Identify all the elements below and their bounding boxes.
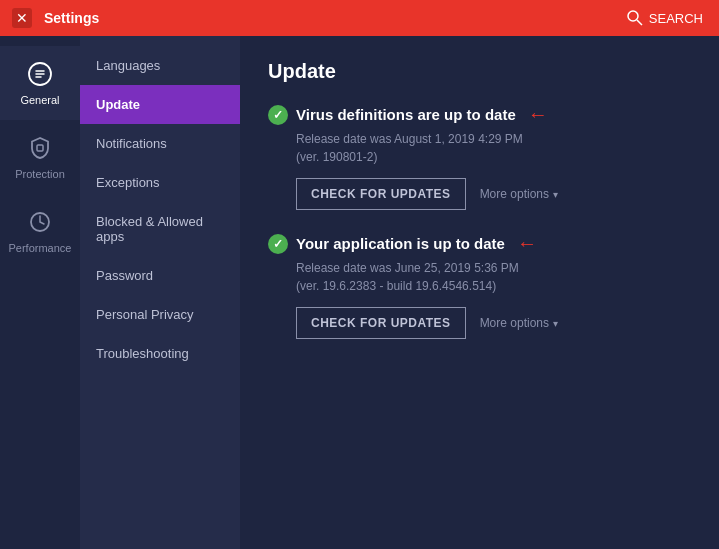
nav-protection-label: Protection [15,168,65,180]
more-options-label-app: More options [480,316,549,330]
nav-item-performance[interactable]: Performance [0,194,80,268]
nav-item-protection[interactable]: Protection [0,120,80,194]
menu-item-troubleshooting[interactable]: Troubleshooting [80,334,240,373]
general-icon [26,60,54,88]
app-subtitle-line1: Release date was June 25, 2019 5:36 PM [296,261,519,275]
title-bar: ✕ Settings SEARCH [0,0,719,36]
search-icon [627,10,643,26]
check-updates-button-virus[interactable]: CHECK FOR UPDATES [296,178,466,210]
app-card-subtitle: Release date was June 25, 2019 5:36 PM (… [296,259,691,295]
page-title: Update [268,60,691,83]
chevron-down-icon-virus: ▾ [553,189,558,200]
more-options-button-virus[interactable]: More options ▾ [480,187,558,201]
virus-card-header: Virus definitions are up to date ← [268,103,691,126]
virus-card-actions: CHECK FOR UPDATES More options ▾ [296,178,691,210]
menu-nav: Languages Update Notifications Exception… [80,36,240,549]
virus-subtitle-line2: (ver. 190801-2) [296,150,377,164]
menu-item-exceptions[interactable]: Exceptions [80,163,240,202]
virus-card-title: Virus definitions are up to date [296,106,516,123]
app-subtitle-line2: (ver. 19.6.2383 - build 19.6.4546.514) [296,279,496,293]
app-title: Settings [44,10,99,26]
check-updates-button-app[interactable]: CHECK FOR UPDATES [296,307,466,339]
app-card-title: Your application is up to date [296,235,505,252]
svg-rect-2 [37,145,43,151]
app-card-actions: CHECK FOR UPDATES More options ▾ [296,307,691,339]
svg-line-1 [637,20,642,25]
chevron-down-icon-app: ▾ [553,318,558,329]
virus-card-subtitle: Release date was August 1, 2019 4:29 PM … [296,130,691,166]
menu-item-update[interactable]: Update [80,85,240,124]
main-layout: General Protection Performance Languages… [0,36,719,549]
arrow-annotation-1: ← [528,103,548,126]
menu-item-password[interactable]: Password [80,256,240,295]
more-options-button-app[interactable]: More options ▾ [480,316,558,330]
nav-general-label: General [20,94,59,106]
check-icon-virus [268,105,288,125]
content-area: Update Virus definitions are up to date … [240,36,719,549]
menu-item-languages[interactable]: Languages [80,46,240,85]
icon-nav: General Protection Performance [0,36,80,549]
menu-item-blocked-apps[interactable]: Blocked & Allowed apps [80,202,240,256]
nav-item-general[interactable]: General [0,46,80,120]
check-icon-app [268,234,288,254]
virus-subtitle-line1: Release date was August 1, 2019 4:29 PM [296,132,523,146]
search-button[interactable]: SEARCH [627,10,703,26]
more-options-label-virus: More options [480,187,549,201]
search-label: SEARCH [649,11,703,26]
close-button[interactable]: ✕ [12,8,32,28]
svg-point-0 [628,11,638,21]
performance-icon [26,208,54,236]
protection-icon [26,134,54,162]
menu-item-personal-privacy[interactable]: Personal Privacy [80,295,240,334]
arrow-annotation-2: ← [517,232,537,255]
nav-performance-label: Performance [9,242,72,254]
app-card-header: Your application is up to date ← [268,232,691,255]
menu-item-notifications[interactable]: Notifications [80,124,240,163]
virus-definitions-card: Virus definitions are up to date ← Relea… [268,103,691,210]
application-card: Your application is up to date ← Release… [268,232,691,339]
